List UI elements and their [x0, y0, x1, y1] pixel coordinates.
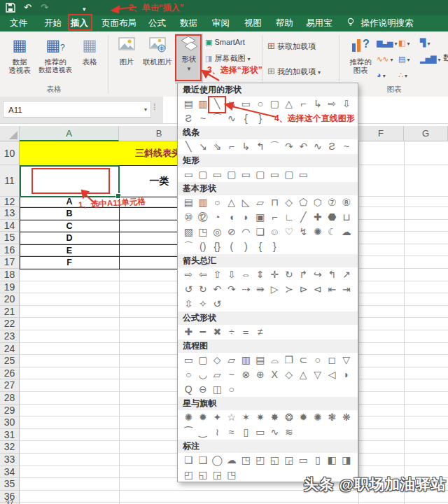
select-all-corner[interactable]	[0, 126, 20, 141]
shape-item[interactable]: ✧	[196, 297, 211, 312]
shape-item[interactable]: ❏	[181, 453, 196, 468]
shape-item[interactable]: ↳	[311, 97, 326, 111]
column-header-G[interactable]: G	[404, 126, 448, 141]
shape-item[interactable]: ⊔	[340, 210, 354, 225]
row-header-13[interactable]: 13	[0, 207, 20, 220]
shape-item[interactable]: ◱	[196, 468, 211, 482]
shape-item[interactable]: ⇳	[181, 297, 196, 312]
row-header-16[interactable]: 16	[0, 244, 20, 257]
bar-chart-icon[interactable]: ▤ ▾	[398, 51, 420, 67]
shape-item[interactable]: ○	[181, 368, 196, 382]
shape-item[interactable]: ⑧	[340, 195, 354, 210]
shape-item[interactable]: Ƨ	[325, 139, 340, 154]
shape-item[interactable]: ▭	[296, 167, 311, 182]
column-header-A[interactable]: A	[20, 126, 119, 141]
shape-item[interactable]: ▢	[253, 167, 268, 182]
shape-item[interactable]: ○	[210, 195, 225, 210]
shape-item[interactable]: ▭	[253, 425, 268, 440]
redo-icon[interactable]: ↷	[41, 1, 48, 15]
selected-cell-A11[interactable]	[20, 165, 120, 197]
pivot-table-button[interactable]: ▦ 数据 透视表	[4, 34, 35, 74]
shape-item[interactable]: ▤	[253, 353, 268, 368]
shape-item[interactable]: ▭	[267, 167, 282, 182]
shape-item[interactable]: ▽	[340, 353, 354, 368]
shape-item[interactable]: ◰	[181, 468, 196, 482]
shape-item[interactable]: ⊘	[225, 225, 239, 239]
line-chart-icon[interactable]: ∿∿ ▾	[377, 51, 398, 67]
shape-item[interactable]: ✚	[181, 325, 196, 340]
shape-item[interactable]: ↪	[311, 267, 326, 282]
menu-tab-页面布局[interactable]: 页面布局	[102, 15, 136, 31]
shape-item[interactable]: )	[239, 239, 253, 254]
shape-item[interactable]: ☁	[340, 225, 354, 239]
shape-item[interactable]: ↘	[196, 139, 211, 154]
shape-item[interactable]: ☁	[225, 453, 239, 468]
shape-item[interactable]: ◖	[225, 210, 239, 225]
shape-item[interactable]: ▭	[239, 97, 253, 111]
shape-item[interactable]: ◠	[239, 225, 253, 239]
hierarchy-chart-icon[interactable]: ◧ ▾	[398, 35, 420, 51]
shape-item[interactable]: ∿	[311, 139, 326, 154]
shape-item[interactable]: ⇛	[253, 282, 268, 297]
shape-item[interactable]: ↘	[225, 97, 239, 111]
get-addins-button[interactable]: ⊞获取加载项	[267, 41, 316, 52]
shape-item[interactable]: ▧	[181, 225, 196, 239]
shape-item[interactable]: ⊲	[311, 282, 326, 297]
shape-item[interactable]: ▣	[253, 210, 268, 225]
row-header-29[interactable]: 29	[0, 405, 20, 417]
shape-item[interactable]: ◺	[239, 195, 253, 210]
shape-item[interactable]: ◳	[239, 453, 253, 468]
shape-item[interactable]: ▥	[239, 353, 253, 368]
shape-item[interactable]: ⇤	[325, 282, 340, 297]
shape-item[interactable]: ↷	[225, 282, 239, 297]
shape-item[interactable]: ⊂	[296, 353, 311, 368]
picture-button[interactable]: 图片	[112, 34, 141, 66]
shape-item[interactable]: ↱	[296, 267, 311, 282]
shape-item[interactable]: {	[239, 111, 253, 126]
shape-item[interactable]: ◧	[325, 453, 340, 468]
menu-tab-开始[interactable]: 开始	[44, 15, 62, 31]
shape-item[interactable]: ○	[253, 97, 268, 111]
row-header-15[interactable]: 15	[0, 232, 20, 244]
shape-item[interactable]: ⑩	[181, 210, 196, 225]
shape-item[interactable]: ()	[196, 239, 211, 254]
shape-item[interactable]: ▽	[311, 368, 326, 382]
column-header-F[interactable]: F	[358, 126, 404, 141]
shape-item[interactable]: ▥	[196, 195, 211, 210]
waterfall-chart-icon[interactable]: ▜ ▾	[420, 35, 442, 51]
shape-item[interactable]: ○	[311, 353, 326, 368]
shape-item[interactable]: ✺	[311, 410, 326, 425]
shape-item[interactable]: ⊗	[239, 368, 253, 382]
row-header-34[interactable]: 34	[0, 466, 20, 479]
shape-item[interactable]: ✺	[311, 225, 326, 239]
shape-item[interactable]: ⌐	[296, 97, 311, 111]
shape-item[interactable]: ↻	[282, 267, 297, 282]
shape-item[interactable]: ▱	[253, 195, 268, 210]
shape-item[interactable]: ⌐	[267, 210, 282, 225]
row-header-17[interactable]: 17	[0, 256, 20, 269]
shape-item[interactable]: ╱	[296, 210, 311, 225]
row-header-25[interactable]: 25	[0, 355, 20, 368]
shape-item[interactable]: ◻	[325, 353, 340, 368]
recommended-chart-button[interactable]: ? 推荐的 图表	[344, 34, 377, 74]
shape-item[interactable]: ⇧	[210, 267, 225, 282]
column-chart-icon[interactable]: ▆▃▅ ▾	[377, 35, 398, 51]
shape-item[interactable]: ⌐	[225, 139, 239, 154]
shape-item[interactable]: ✦	[210, 410, 225, 425]
shape-item[interactable]: ◔	[210, 210, 225, 225]
clipped-right-button[interactable]: 数	[443, 52, 448, 63]
shape-item[interactable]: Q	[181, 382, 196, 397]
shape-item[interactable]: ○	[225, 382, 239, 397]
shape-item[interactable]: ⇦	[196, 267, 211, 282]
scatter-chart-icon[interactable]: ∴ ▾	[398, 67, 420, 83]
shape-item[interactable]: ↯	[296, 225, 311, 239]
shape-item[interactable]: ÷	[225, 325, 239, 340]
screenshot-button[interactable]: ◨屏幕截图 ▾	[205, 53, 250, 64]
shape-item[interactable]: ☆	[225, 410, 239, 425]
shape-item[interactable]: ✖	[210, 325, 225, 340]
shape-item[interactable]: ✺	[181, 410, 196, 425]
shape-item[interactable]: ⇔	[239, 267, 253, 282]
shape-item[interactable]: ❏	[253, 225, 268, 239]
shapes-button[interactable]: 形状 ▼	[175, 34, 203, 84]
row-header-18[interactable]: 18	[0, 269, 20, 281]
